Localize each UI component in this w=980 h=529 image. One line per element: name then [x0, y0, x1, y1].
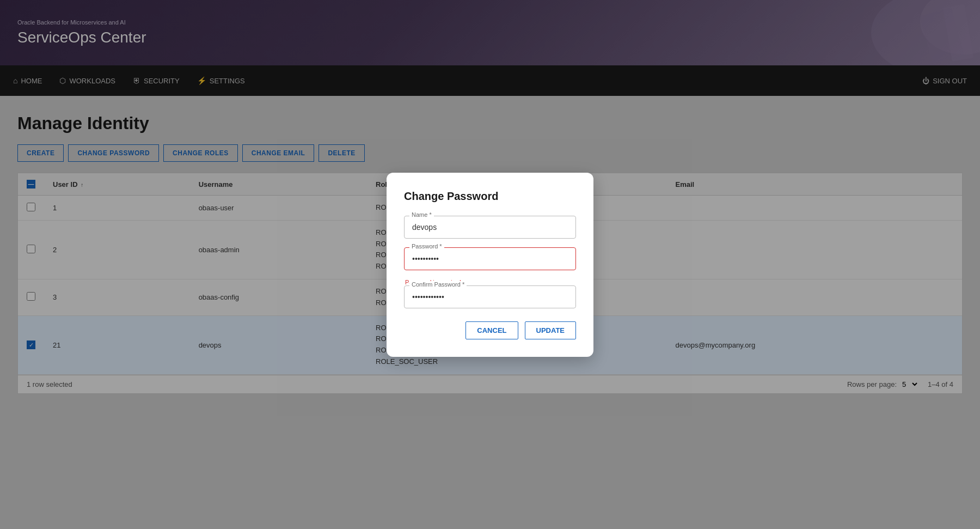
name-form-field: Name * — [404, 216, 576, 239]
dialog-actions: CANCEL UPDATE — [404, 321, 576, 339]
password-field[interactable] — [404, 247, 576, 270]
name-field[interactable] — [404, 216, 576, 239]
confirm-password-field[interactable] — [404, 285, 576, 308]
change-password-dialog: Change Password Name * Password * Passwo… — [387, 173, 593, 357]
name-label: Name * — [409, 211, 434, 218]
dialog-title: Change Password — [404, 190, 576, 203]
update-button[interactable]: UPDATE — [525, 321, 576, 339]
confirm-password-label: Confirm Password * — [409, 281, 467, 288]
cancel-button[interactable]: CANCEL — [465, 321, 518, 339]
dialog-overlay: Change Password Name * Password * Passwo… — [0, 0, 980, 529]
confirm-password-form-field: Confirm Password * — [404, 285, 576, 308]
password-label: Password * — [409, 243, 444, 250]
password-form-field: Password * — [404, 247, 576, 270]
